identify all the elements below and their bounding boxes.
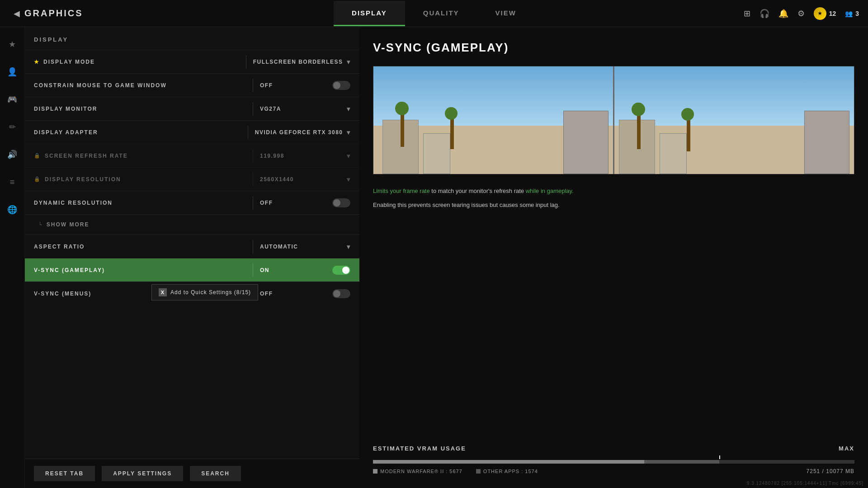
sidebar-icon-star[interactable]: ★ [4, 36, 20, 52]
dropdown-arrow: ▾ [347, 243, 351, 250]
vram-legend-other: OTHER APPS : 1574 [476, 469, 538, 474]
setting-row-vsync-gameplay[interactable]: V-SYNC (GAMEPLAY) ON X Add to Quick Sett… [25, 258, 359, 282]
vram-dot-other [476, 469, 481, 474]
toggle-vsync-menus[interactable] [332, 289, 350, 298]
separator [246, 55, 246, 69]
sidebar-icon-list[interactable]: ≡ [4, 174, 20, 190]
bottom-buttons: RESET TAB APPLY SETTINGS SEARCH [25, 459, 359, 488]
desc-highlight-1: Limits your frame rate [373, 188, 430, 194]
sidebar-icon-gamepad[interactable]: 🎮 [4, 91, 20, 108]
vram-bar-other [644, 460, 719, 464]
vram-bar-container [373, 460, 854, 464]
info-description: Limits your frame rate to match your mon… [373, 186, 854, 211]
vram-legend: MODERN WARFARE® II : 5677 OTHER APPS : 1… [373, 468, 854, 474]
setting-star-display-mode: ★ [34, 59, 40, 65]
desc-highlight-3: while in gameplay. [526, 188, 574, 194]
show-more-label: SHOW MORE [47, 221, 90, 228]
setting-value-screen-refresh-rate: 119.998 ▾ [260, 152, 350, 160]
sidebar-icon-user[interactable]: 👤 [4, 64, 20, 80]
sidebar-icon-globe[interactable]: 🌐 [4, 202, 20, 218]
setting-value-display-mode: FULLSCREEN BORDERLESS ▾ [253, 58, 350, 66]
user-avatar: ★ [814, 7, 826, 20]
setting-label-screen-refresh-rate: 🔒 SCREEN REFRESH RATE [34, 153, 246, 159]
setting-label-display-adapter: DISPLAY ADAPTER [34, 129, 241, 136]
setting-row-screen-refresh-rate: 🔒 SCREEN REFRESH RATE 119.998 ▾ [25, 144, 359, 167]
bell-icon[interactable]: 🔔 [778, 9, 788, 19]
separator [253, 240, 253, 253]
dropdown-arrow: ▾ [347, 176, 351, 183]
show-more-row[interactable]: └ SHOW MORE [25, 214, 359, 235]
nav-icons: ⊞ 🎧 🔔 ⚙ ★ 12 👥 3 [744, 7, 859, 20]
separator [253, 79, 253, 92]
grid-icon[interactable]: ⊞ [744, 9, 750, 19]
tooltip-label: Add to Quick Settings (8/15) [170, 289, 251, 296]
page-title: GRAPHICS [24, 8, 83, 19]
tooltip-key: X [159, 288, 167, 296]
tab-quality[interactable]: QUALITY [405, 1, 477, 26]
setting-row-aspect-ratio[interactable]: ASPECT RATIO AUTOMATIC ▾ [25, 235, 359, 258]
settings-list: ★ DISPLAY MODE FULLSCREEN BORDERLESS ▾ C… [25, 50, 359, 459]
desc-line2: Enabling this prevents screen tearing is… [373, 202, 560, 208]
lock-icon: 🔒 [34, 176, 41, 182]
setting-row-dynamic-resolution[interactable]: DYNAMIC RESOLUTION OFF [25, 191, 359, 214]
tooltip-bubble: X Add to Quick Settings (8/15) [151, 284, 258, 300]
user-level-number: 12 [829, 10, 836, 17]
setting-value-vsync-menus: OFF [260, 289, 350, 298]
search-button[interactable]: SEARCH [190, 466, 241, 481]
sidebar-icon-audio[interactable]: 🔊 [4, 146, 20, 163]
version-string: 9.3.12480782 [255:105:1444+11] Tmc [6999… [747, 481, 863, 486]
settings-panel: DISPLAY ★ DISPLAY MODE FULLSCREEN BORDER… [25, 27, 359, 488]
gear-icon[interactable]: ⚙ [797, 9, 805, 19]
separator [253, 196, 253, 210]
preview-left [373, 66, 613, 174]
toggle-constrain-mouse[interactable] [332, 81, 350, 90]
separator [253, 102, 253, 116]
vram-numbers: 7251 / 10077 MB [807, 468, 854, 474]
dropdown-arrow: ▾ [347, 105, 351, 113]
vram-bar-mw [373, 460, 644, 464]
preview-images [373, 66, 854, 174]
separator [253, 263, 253, 277]
dropdown-arrow: ▾ [347, 152, 351, 160]
setting-row-display-mode[interactable]: ★ DISPLAY MODE FULLSCREEN BORDERLESS ▾ [25, 50, 359, 73]
separator [248, 126, 248, 139]
apply-settings-button[interactable]: APPLY SETTINGS [102, 466, 183, 481]
setting-row-constrain-mouse[interactable]: CONSTRAIN MOUSE TO GAME WINDOW OFF [25, 73, 359, 97]
top-nav: ◀ GRAPHICS DISPLAY QUALITY VIEW ⊞ 🎧 🔔 ⚙ … [0, 0, 868, 27]
dropdown-arrow: ▾ [347, 58, 351, 66]
setting-row-display-monitor[interactable]: DISPLAY MONITOR VG27A ▾ [25, 97, 359, 120]
toggle-vsync-gameplay[interactable] [332, 266, 350, 275]
setting-label-dynamic-resolution: DYNAMIC RESOLUTION [34, 200, 246, 206]
user-level[interactable]: ★ 12 [814, 7, 836, 20]
nav-tabs: DISPLAY QUALITY VIEW [334, 1, 534, 26]
tab-view[interactable]: VIEW [477, 1, 534, 26]
setting-value-dynamic-resolution: OFF [260, 198, 350, 207]
setting-label-display-monitor: DISPLAY MONITOR [34, 106, 246, 112]
party-number: 3 [855, 10, 859, 17]
back-arrow-icon: ◀ [14, 9, 20, 19]
reset-tab-button[interactable]: RESET TAB [34, 466, 95, 481]
setting-label-vsync-gameplay: V-SYNC (GAMEPLAY) [34, 267, 246, 273]
setting-value-vsync-gameplay: ON [260, 266, 350, 275]
setting-label-constrain-mouse: CONSTRAIN MOUSE TO GAME WINDOW [34, 82, 246, 89]
vram-header: ESTIMATED VRAM USAGE MAX [373, 445, 854, 452]
vram-dot-mw [373, 469, 377, 474]
info-panel: V-SYNC (GAMEPLAY) [359, 27, 868, 488]
preview-right [613, 66, 854, 174]
setting-label-display-mode: ★ DISPLAY MODE [34, 59, 239, 65]
party-count[interactable]: 👥 3 [845, 10, 859, 17]
vram-other-label: OTHER APPS : 1574 [483, 469, 538, 474]
section-title: DISPLAY [25, 36, 359, 50]
back-button[interactable]: ◀ GRAPHICS [0, 8, 97, 19]
setting-row-display-resolution: 🔒 DISPLAY RESOLUTION 2560X1440 ▾ [25, 167, 359, 191]
toggle-knob [333, 82, 340, 89]
vram-title: ESTIMATED VRAM USAGE [373, 445, 466, 452]
headphone-icon[interactable]: 🎧 [760, 9, 769, 19]
setting-row-display-adapter[interactable]: DISPLAY ADAPTER NVIDIA GEFORCE RTX 3080 … [25, 120, 359, 144]
toggle-dynamic-resolution[interactable] [332, 198, 350, 207]
sidebar-icon-pencil[interactable]: ✏ [4, 119, 20, 135]
setting-value-display-monitor: VG27A ▾ [260, 105, 350, 113]
toggle-knob [333, 199, 340, 206]
setting-label-aspect-ratio: ASPECT RATIO [34, 244, 246, 250]
tab-display[interactable]: DISPLAY [334, 1, 405, 26]
